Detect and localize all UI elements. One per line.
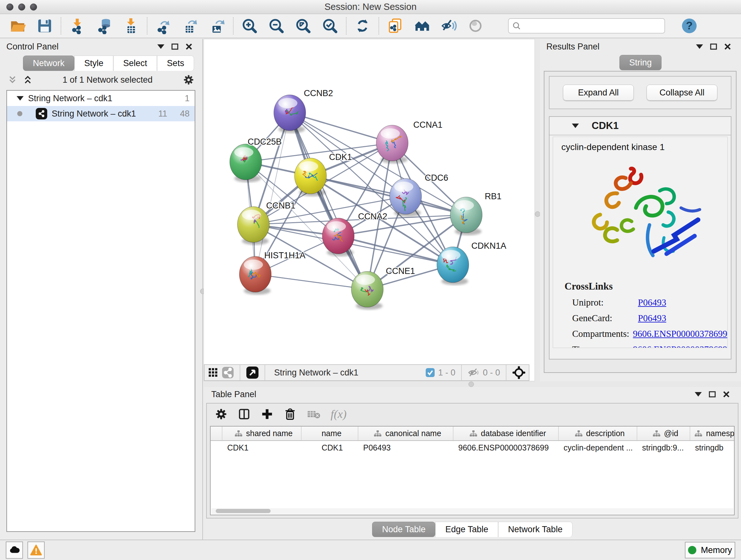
delete-column-button[interactable] — [283, 408, 297, 421]
edge-HIST1H1A-CCNE1[interactable] — [255, 274, 367, 289]
table-options-button[interactable] — [214, 408, 228, 421]
horizontal-scrollbar[interactable] — [211, 508, 733, 514]
cell-shared-name[interactable]: CDK1 — [222, 441, 301, 455]
column-header-name[interactable]: name — [301, 427, 358, 441]
tab-style[interactable]: Style — [74, 56, 113, 71]
refresh-layout-button[interactable] — [349, 16, 376, 36]
expand-all-networks-button[interactable] — [23, 75, 32, 84]
cell-description[interactable]: cyclin-dependent ... — [558, 441, 637, 455]
export-table-button[interactable] — [177, 16, 204, 36]
column-header--id[interactable]: @id — [637, 427, 690, 441]
panel-menu-button[interactable] — [691, 388, 705, 400]
float-panel-button[interactable] — [706, 41, 721, 52]
splitter-handle[interactable] — [535, 211, 540, 217]
import-network-button[interactable] — [64, 16, 91, 36]
tab-string[interactable]: String — [619, 55, 662, 70]
collapse-arrow-icon[interactable] — [17, 96, 23, 101]
zoom-selected-button[interactable] — [317, 16, 343, 36]
function-builder-button[interactable]: f(x) — [331, 408, 347, 421]
node-HIST1H1A[interactable]: HIST1H1A — [239, 251, 306, 295]
panel-menu-button[interactable] — [692, 41, 706, 52]
string-view-button[interactable] — [222, 367, 234, 379]
gene-section-header[interactable]: CDK1 — [549, 117, 731, 135]
minimize-window-button[interactable] — [18, 3, 25, 10]
warning-status-button[interactable] — [27, 542, 45, 559]
tab-select[interactable]: Select — [113, 56, 157, 71]
close-window-button[interactable] — [6, 3, 13, 10]
scrollbar-thumb[interactable] — [216, 509, 271, 513]
hide-selected-button[interactable] — [435, 16, 462, 36]
window-controls[interactable] — [6, 3, 37, 10]
node-CCNE1[interactable]: CCNE1 — [351, 266, 415, 310]
expand-all-button[interactable]: Expand All — [563, 84, 634, 101]
node-RB1[interactable]: RB1 — [450, 192, 502, 235]
open-session-button[interactable] — [4, 16, 31, 36]
close-panel-button[interactable] — [721, 41, 735, 52]
show-columns-button[interactable] — [238, 408, 251, 421]
show-all-button[interactable] — [462, 16, 489, 36]
export-image-button[interactable] — [204, 16, 230, 36]
node-CDKN1A[interactable]: CDKN1A — [437, 241, 507, 285]
tab-network-table[interactable]: Network Table — [498, 522, 572, 537]
search-input[interactable] — [508, 18, 665, 34]
column-header-database-identifier[interactable]: database identifier — [453, 427, 558, 441]
clone-network-view-button[interactable] — [382, 16, 408, 36]
cell--id[interactable]: stringdb:9... — [637, 441, 690, 455]
cloud-status-button[interactable] — [6, 542, 23, 559]
zoom-window-button[interactable] — [30, 3, 37, 10]
save-session-button[interactable] — [31, 16, 58, 36]
close-panel-button[interactable] — [182, 41, 196, 52]
horizontal-splitter[interactable] — [204, 381, 741, 387]
tab-network[interactable]: Network — [23, 56, 74, 71]
selected-checkbox-icon[interactable] — [425, 368, 435, 377]
crosslink-link[interactable]: 9606.ENSP00000378699 — [633, 344, 727, 348]
import-table-button[interactable] — [118, 16, 144, 36]
column-header-description[interactable]: description — [558, 427, 637, 441]
table-row[interactable]: CDK1CDK1P064939606.ENSP00000378699cyclin… — [211, 441, 735, 455]
export-network-button[interactable] — [150, 16, 177, 36]
node-CDC6[interactable]: CDC6 — [390, 173, 448, 217]
collapse-arrow-icon[interactable] — [572, 124, 579, 128]
collapse-all-networks-button[interactable] — [8, 75, 17, 84]
zoom-in-button[interactable] — [236, 16, 263, 36]
navigator-button[interactable] — [512, 366, 526, 379]
crosslink-link[interactable]: 9606.ENSP00000378699 — [633, 328, 727, 339]
cell-canonical-name[interactable]: P06493 — [358, 441, 453, 455]
node-CCNB2[interactable]: CCNB2 — [274, 88, 333, 133]
close-panel-button[interactable] — [719, 388, 733, 400]
column-header-canonical-name[interactable]: canonical name — [358, 427, 453, 441]
zoom-out-button[interactable] — [263, 16, 290, 36]
tab-edge-table[interactable]: Edge Table — [435, 522, 498, 537]
zoom-fit-button[interactable] — [290, 16, 317, 36]
tab-node-table[interactable]: Node Table — [372, 522, 435, 537]
float-panel-button[interactable] — [168, 41, 182, 52]
cell-name[interactable]: CDK1 — [301, 441, 358, 455]
network-collection-row[interactable]: String Network – cdk1 1 — [7, 91, 195, 106]
vertical-splitter[interactable] — [535, 39, 540, 381]
grid-view-button[interactable] — [208, 367, 219, 378]
help-button[interactable]: ? — [680, 17, 698, 35]
detach-view-button[interactable] — [246, 366, 259, 379]
node-CCNA1[interactable]: CCNA1 — [376, 120, 443, 164]
float-panel-button[interactable] — [705, 388, 719, 400]
node-table-grid[interactable]: shared namenamecanonical namedatabase id… — [211, 427, 735, 455]
panel-menu-button[interactable] — [154, 41, 168, 52]
crosslink-link[interactable]: P06493 — [638, 297, 666, 308]
column-header-shared-name[interactable]: shared name — [222, 427, 301, 441]
tab-sets[interactable]: Sets — [157, 56, 194, 71]
network-row[interactable]: String Network – cdk1 11 48 — [7, 106, 195, 121]
cell-database-identifier[interactable]: 9606.ENSP00000378699 — [453, 441, 558, 455]
memory-button[interactable]: Memory — [685, 542, 735, 558]
splitter-handle[interactable] — [468, 381, 474, 387]
edge-CCNB2-CCNE1[interactable] — [290, 113, 367, 289]
column-header-namespace[interactable]: namespace — [690, 427, 735, 441]
collapse-all-button[interactable]: Collapse All — [647, 84, 718, 101]
birdseye-button[interactable] — [408, 16, 435, 36]
crosslink-link[interactable]: P06493 — [638, 313, 666, 323]
network-canvas[interactable]: CCNB2CCNA1CDC25BCDK1CDC6RB1CCNB1CCNA2CDK… — [204, 39, 535, 364]
create-column-button[interactable] — [260, 408, 274, 421]
import-network-from-database-button[interactable] — [91, 16, 118, 36]
network-options-button[interactable] — [183, 74, 195, 86]
cell-namespace[interactable]: stringdb — [690, 441, 735, 455]
delete-table-button[interactable] — [307, 408, 321, 421]
